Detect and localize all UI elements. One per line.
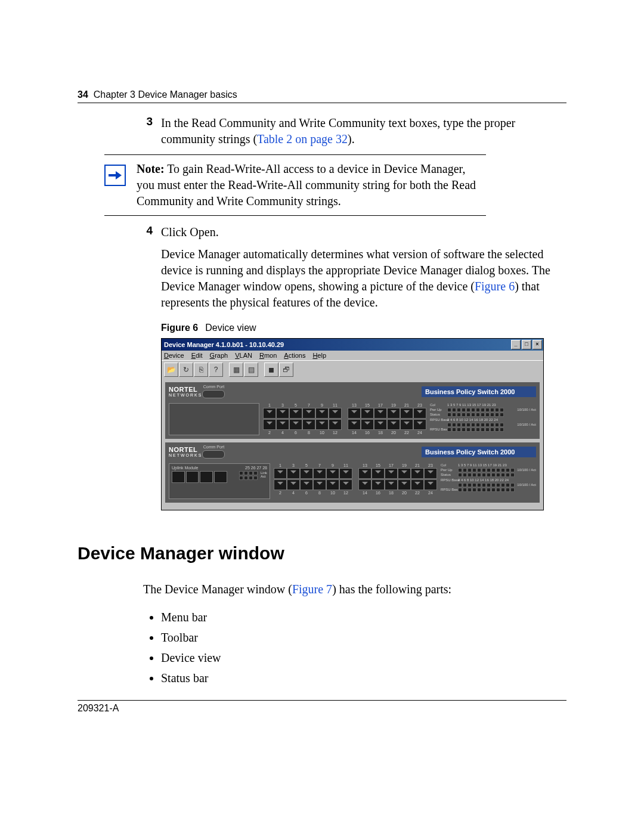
device-manager-window: Device Manager 4.1.0.b01 - 10.10.40.29 _… [161,338,544,510]
toolbar-help-icon[interactable]: ? [209,363,223,377]
menu-edit[interactable]: Edit [191,352,203,359]
minimize-button[interactable]: _ [511,340,521,349]
footer-rule [78,700,566,701]
close-button[interactable]: × [532,340,542,349]
model-label: Business Policy Switch 2000 [422,386,536,397]
note-arrow-icon [104,165,126,186]
model-label: Business Policy Switch 2000 [422,447,536,457]
menu-graph[interactable]: Graph [210,352,228,359]
led-status-panel: Col1 3 5 7 9 11 13 15 17 19 21 23 Pwr Up… [441,463,536,493]
note-block: Note: To gain Read-Write-All access to a… [104,154,486,216]
menu-vlan[interactable]: VLAN [235,352,252,359]
maximize-button[interactable]: □ [522,340,531,349]
page-number: 34 [78,89,88,100]
step-line: Click Open. [161,224,566,240]
menu-device[interactable]: Device [164,352,184,359]
device-panel-2: NORTEL NETWORKS Comm Port Business Polic… [165,442,540,503]
step-number: 3 [143,115,153,147]
toolbar-trap-icon[interactable]: ⎘ [194,363,208,377]
section-paragraph: The Device Manager window (Figure 7) has… [143,581,566,597]
uplink-module: Uplink Module25 26 27 28 LinkAct [169,463,270,499]
list-item: Status bar [161,668,566,688]
port-numbers-bottom: 24681012141618202224 [263,431,426,435]
toolbar-btn-6[interactable]: ▤ [244,363,258,377]
list-item: Menu bar [161,607,566,627]
port-grid: 1357911131517192123 24681012141618202224 [263,403,426,435]
port-row-top [263,408,426,419]
figure7-link[interactable]: Figure 7 [292,583,332,596]
brand-logo: NORTEL NETWORKS [169,446,202,457]
port-grid: 1357911131517192123 24681012141618202224 [274,463,437,495]
chapter-label: Chapter 3 Device Manager basics [94,89,237,100]
toolbar: 📂 ↻ ⎘ ? ▦ ▤ ◼ 🗗 [162,360,543,379]
comm-port: Comm Port [202,385,225,398]
toolbar-open-icon[interactable]: 📂 [164,363,178,377]
device-panel-1: NORTEL NETWORKS Comm Port Business Polic… [165,382,540,439]
toolbar-btn-7[interactable]: ◼ [264,363,278,377]
list-item: Device view [161,648,566,668]
figure-caption: Figure 6Device view [161,323,566,333]
window-title: Device Manager 4.1.0.b01 - 10.10.40.29 [164,341,284,348]
port-row-bottom [263,419,426,430]
section-heading: Device Manager window [78,543,566,563]
port-numbers-top: 1357911131517192123 [263,403,426,407]
list-item: Toolbar [161,627,566,648]
brand-logo: NORTEL NETWORKS [169,386,202,397]
toolbar-refresh-icon[interactable]: ↻ [179,363,193,377]
step-text: In the Read Community and Write Communit… [161,115,566,147]
menu-help[interactable]: Help [312,352,326,359]
page-header: 34 Chapter 3 Device Manager basics [78,89,566,100]
led-status-panel: Col1 3 5 7 9 11 13 15 17 19 21 23 Pwr Up… [430,403,536,432]
table-link[interactable]: Table 2 on page 32 [257,132,348,145]
module-slot-empty [169,403,259,435]
uplink-port[interactable] [172,471,185,483]
window-titlebar: Device Manager 4.1.0.b01 - 10.10.40.29 _… [162,339,543,351]
menu-actions[interactable]: Actions [284,352,305,359]
step-4: 4 Click Open. Device Manager automatical… [143,224,566,311]
toolbar-btn-8[interactable]: 🗗 [279,363,293,377]
comm-port: Comm Port [202,445,225,459]
parts-list: Menu bar Toolbar Device view Status bar [143,607,566,688]
step-3: 3 In the Read Community and Write Commun… [143,115,566,147]
note-rule-bottom [104,215,486,216]
figure-link[interactable]: Figure 6 [475,280,515,293]
toolbar-btn-5[interactable]: ▦ [229,363,243,377]
footer-docid: 209321-A [78,703,566,714]
menu-rmon[interactable]: Rmon [259,352,277,359]
device-view: NORTEL NETWORKS Comm Port Business Polic… [162,379,543,510]
header-rule [78,103,566,103]
note-text: To gain Read-Write-All access to a devic… [137,162,476,208]
step-number: 4 [143,224,153,311]
menu-bar: Device Edit Graph VLAN Rmon Actions Help [162,351,543,360]
step-paragraph: Device Manager automatically determines … [161,246,566,311]
note-label: Note: [137,162,165,175]
port[interactable] [263,408,276,419]
